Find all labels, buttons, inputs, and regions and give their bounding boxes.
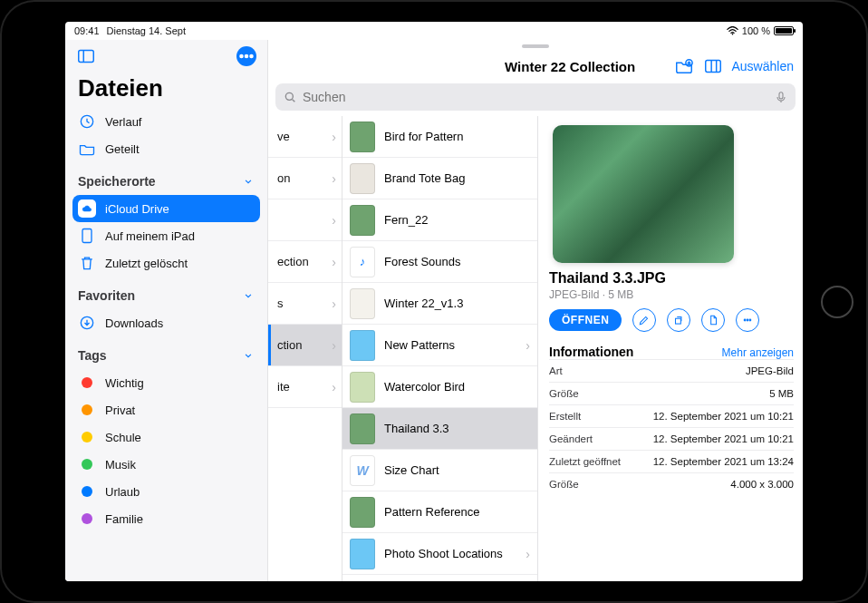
chevron-right-icon: ›	[332, 171, 336, 186]
column1-label: Photo Shoot Locations	[384, 547, 516, 560]
column1-item[interactable]: Fern_22	[342, 199, 537, 241]
open-button[interactable]: ÖFFNEN	[549, 309, 622, 331]
chevron-right-icon: ›	[332, 380, 336, 394]
home-button[interactable]	[821, 286, 854, 318]
ipad-frame: 09:41 Dienstag 14. Sept 100 % Dateien	[0, 0, 868, 603]
column1-label: Forest Sounds	[384, 255, 530, 268]
column1-item[interactable]: Photo Shoot Locations›	[342, 533, 537, 575]
mic-icon[interactable]	[774, 90, 788, 104]
column1-item[interactable]: Bird for Pattern	[342, 116, 537, 158]
column0-item[interactable]: ›	[268, 199, 342, 241]
column1-label: Pattern Reference	[384, 505, 530, 519]
hide-sidebar-icon[interactable]	[76, 46, 96, 66]
column1-item[interactable]: New Patterns›	[342, 325, 537, 366]
column1-label: New Patterns	[384, 338, 516, 352]
shared-folder-icon	[78, 139, 96, 159]
info-row: Erstellt12. September 2021 um 10:21	[549, 404, 794, 427]
sidebar-location-icloud[interactable]: iCloud Drive	[72, 195, 260, 222]
column1-item[interactable]: Winter 22_v1.3	[342, 283, 537, 325]
new-folder-icon[interactable]	[674, 56, 694, 76]
page-title: Winter 22 Collection	[476, 59, 665, 74]
more-options-icon[interactable]	[236, 46, 256, 66]
sidebar-tag-item[interactable]: Wichtig	[65, 369, 267, 396]
trash-icon	[78, 253, 96, 273]
battery-icon	[774, 26, 794, 35]
column0-label: ve	[277, 130, 290, 143]
sidebar-shared[interactable]: Geteilt	[65, 135, 267, 162]
column1-label: Watercolor Bird	[384, 380, 530, 394]
sidebar-location-onipad[interactable]: Auf meinem iPad	[65, 222, 267, 249]
chevron-right-icon: ›	[332, 255, 336, 269]
sidebar: Dateien Verlauf Geteilt Speicherorte	[65, 40, 268, 581]
info-key: Art	[549, 365, 563, 376]
svg-rect-1	[79, 51, 94, 63]
column1-item[interactable]: Brand Tote Bag	[342, 158, 537, 199]
file-thumb	[350, 497, 375, 528]
sidebar-title: Dateien	[65, 73, 267, 108]
sidebar-tag-item[interactable]: Musik	[65, 451, 267, 478]
sidebar-favorite-downloads[interactable]: Downloads	[65, 309, 267, 336]
sidebar-location-trash[interactable]: Zuletzt gelöscht	[65, 249, 267, 277]
more-actions-icon[interactable]	[736, 308, 759, 332]
sidebar-shared-label: Geteilt	[105, 142, 140, 156]
view-columns-icon[interactable]	[703, 56, 723, 76]
file-preview[interactable]	[553, 125, 734, 263]
info-key: Größe	[549, 479, 579, 490]
column1-item[interactable]: Thailand 3.3	[342, 408, 537, 450]
chevron-right-icon: ›	[526, 338, 530, 353]
svg-rect-15	[676, 318, 681, 324]
sidebar-tag-item[interactable]: Privat	[65, 396, 267, 423]
file-thumb	[350, 122, 375, 152]
status-date: Dienstag 14. Sept	[107, 25, 186, 36]
tag-color-dot	[82, 486, 92, 497]
tag-color-dot	[82, 377, 92, 388]
markup-icon[interactable]	[632, 308, 656, 332]
chevron-right-icon: ›	[332, 130, 336, 144]
sidebar-tag-item[interactable]: Familie	[65, 505, 267, 532]
column1-item[interactable]: ♪Forest Sounds	[342, 241, 537, 283]
search-field[interactable]	[275, 83, 796, 111]
info-row: Geändert12. September 2021 um 10:21	[549, 427, 794, 450]
sidebar-tag-item[interactable]: Schule	[65, 423, 267, 451]
column1-item[interactable]: WSize Chart	[342, 450, 537, 491]
column1-label: Thailand 3.3	[384, 422, 530, 435]
column0-item[interactable]: ite›	[268, 366, 342, 408]
sidebar-recent[interactable]: Verlauf	[65, 108, 267, 135]
column0-item[interactable]: ection›	[268, 241, 342, 283]
select-button[interactable]: Auswählen	[732, 59, 795, 73]
column0-item[interactable]: ve›	[268, 116, 342, 158]
download-icon	[78, 313, 96, 333]
rotate-icon[interactable]	[667, 308, 690, 332]
info-more[interactable]: Mehr anzeigen	[722, 346, 794, 359]
column0-item[interactable]: on›	[268, 158, 342, 199]
svg-point-3	[240, 55, 243, 58]
column1-item[interactable]: Pattern Reference	[342, 491, 537, 533]
grab-handle[interactable]	[268, 40, 803, 53]
sidebar-tag-item[interactable]: Urlaub	[65, 478, 267, 505]
column0-item[interactable]: ction›	[268, 325, 342, 366]
info-row: Größe4.000 x 3.000	[549, 472, 794, 495]
main-pane: Winter 22 Collection Auswählen ve›on››ec…	[268, 40, 803, 581]
section-locations[interactable]: Speicherorte	[65, 168, 267, 195]
info-key: Zuletzt geöffnet	[549, 456, 621, 467]
file-meta: JPEG-Bild · 5 MB	[549, 288, 794, 301]
file-thumb	[350, 288, 375, 319]
column0-item[interactable]: s›	[268, 283, 342, 325]
column1-label: Brand Tote Bag	[384, 171, 530, 185]
info-row: Größe5 MB	[549, 382, 794, 404]
svg-rect-14	[779, 92, 783, 99]
file-thumb	[350, 205, 375, 236]
search-input[interactable]	[303, 90, 768, 104]
convert-icon[interactable]	[701, 308, 725, 332]
column0-label: s	[277, 297, 284, 310]
section-favorites[interactable]: Favoriten	[65, 282, 267, 309]
svg-point-17	[747, 319, 748, 321]
chevron-down-icon	[242, 349, 255, 362]
info-value: JPEG-Bild	[746, 365, 794, 376]
svg-point-4	[246, 55, 248, 58]
file-thumb	[350, 163, 375, 194]
column1-item[interactable]: Watercolor Bird	[342, 366, 537, 408]
column1-label: Size Chart	[384, 463, 530, 477]
file-thumb	[350, 372, 375, 403]
section-tags[interactable]: Tags	[65, 342, 267, 369]
